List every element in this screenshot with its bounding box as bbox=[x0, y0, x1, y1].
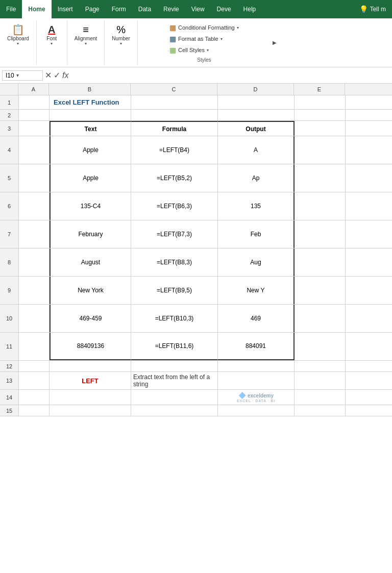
cell-b9[interactable]: New York bbox=[50, 277, 131, 304]
font-button[interactable]: A Font ▾ bbox=[41, 22, 62, 48]
cell-a14[interactable] bbox=[19, 390, 50, 405]
cell-b6[interactable]: 135-C4 bbox=[50, 192, 131, 220]
cell-d15[interactable] bbox=[218, 405, 295, 416]
cell-c9[interactable]: =LEFT(B9,5) bbox=[131, 277, 218, 304]
cell-a10[interactable] bbox=[19, 305, 50, 332]
cell-a8[interactable] bbox=[19, 248, 50, 276]
formula-input[interactable] bbox=[70, 71, 390, 80]
cell-d9[interactable]: New Y bbox=[218, 277, 295, 304]
row-header-15[interactable]: 15 bbox=[0, 405, 18, 416]
tab-tell-me[interactable]: 💡 Tell m bbox=[353, 0, 392, 18]
row-header-14[interactable]: 14 bbox=[0, 390, 18, 405]
cell-e6[interactable] bbox=[295, 192, 346, 220]
cell-b15[interactable] bbox=[50, 405, 131, 416]
cell-c10[interactable]: =LEFT(B10,3) bbox=[131, 305, 218, 332]
row-header-12[interactable]: 12 bbox=[0, 361, 18, 372]
cell-d14[interactable]: 🔷 exceldemy EXCEL · DATA · BI bbox=[218, 390, 295, 405]
format-as-table-button[interactable]: ▦ Format as Table ▾ bbox=[166, 34, 226, 44]
cell-e1[interactable] bbox=[295, 95, 346, 109]
cell-d5[interactable]: Ap bbox=[218, 164, 295, 192]
row-header-13[interactable]: 13 bbox=[0, 372, 18, 390]
cell-d7[interactable]: Feb bbox=[218, 220, 295, 248]
cell-e13[interactable] bbox=[295, 372, 346, 389]
tab-data[interactable]: Data bbox=[132, 0, 157, 18]
cell-c7[interactable]: =LEFT(B7,3) bbox=[131, 220, 218, 248]
formula-fx-icon[interactable]: fx bbox=[62, 71, 68, 80]
cell-e15[interactable] bbox=[295, 405, 346, 416]
clipboard-button[interactable]: 📋 Clipboard ▾ bbox=[4, 22, 32, 48]
tab-developer[interactable]: Deve bbox=[211, 0, 237, 18]
cell-c6[interactable]: =LEFT(B6,3) bbox=[131, 192, 218, 220]
number-button[interactable]: % Number ▾ bbox=[109, 22, 133, 48]
cell-e8[interactable] bbox=[295, 248, 346, 276]
cell-a1[interactable] bbox=[19, 95, 50, 109]
cell-e3[interactable] bbox=[295, 121, 346, 136]
row-header-8[interactable]: 8 bbox=[0, 248, 18, 277]
cell-b5[interactable]: Apple bbox=[50, 164, 131, 192]
cell-a11[interactable] bbox=[19, 333, 50, 360]
tab-file[interactable]: File bbox=[0, 0, 22, 18]
cell-e4[interactable] bbox=[295, 136, 346, 164]
cell-b7[interactable]: February bbox=[50, 220, 131, 248]
tab-form[interactable]: Form bbox=[106, 0, 132, 18]
cell-a3[interactable] bbox=[19, 121, 50, 136]
cell-b3[interactable]: Text bbox=[50, 121, 131, 136]
ribbon-expand-arrow[interactable]: ▶ bbox=[271, 40, 279, 45]
alignment-button[interactable]: ≡ Alignment ▾ bbox=[71, 22, 100, 48]
row-header-2[interactable]: 2 bbox=[0, 110, 18, 121]
cell-c14[interactable] bbox=[131, 390, 218, 405]
cell-e11[interactable] bbox=[295, 333, 346, 360]
row-header-10[interactable]: 10 bbox=[0, 305, 18, 333]
cell-d11[interactable]: 884091 bbox=[218, 333, 295, 360]
cell-b1[interactable]: Excel LEFT Function bbox=[50, 95, 131, 109]
row-header-3[interactable]: 3 bbox=[0, 121, 18, 136]
cell-c11[interactable]: =LEFT(B11,6) bbox=[131, 333, 218, 360]
cell-b11[interactable]: 88409136 bbox=[50, 333, 131, 360]
tab-page[interactable]: Page bbox=[79, 0, 106, 18]
cell-c2[interactable] bbox=[131, 110, 218, 120]
cell-e5[interactable] bbox=[295, 164, 346, 192]
tab-review[interactable]: Revie bbox=[157, 0, 185, 18]
cell-e7[interactable] bbox=[295, 220, 346, 248]
cell-d1[interactable] bbox=[218, 95, 295, 109]
cell-e2[interactable] bbox=[295, 110, 346, 120]
cell-d8[interactable]: Aug bbox=[218, 248, 295, 276]
row-header-5[interactable]: 5 bbox=[0, 164, 18, 192]
col-header-d[interactable]: D bbox=[217, 84, 294, 95]
conditional-formatting-button[interactable]: ▦ Conditional Formatting ▾ bbox=[166, 22, 242, 33]
cell-b13[interactable]: LEFT bbox=[50, 372, 131, 389]
cell-b8[interactable]: August bbox=[50, 248, 131, 276]
col-header-a[interactable]: A bbox=[18, 84, 49, 95]
cell-b14[interactable] bbox=[50, 390, 131, 405]
cell-a5[interactable] bbox=[19, 164, 50, 192]
cell-e14[interactable] bbox=[295, 390, 346, 405]
cell-c13[interactable]: Extract text from the left of a string bbox=[131, 372, 218, 389]
formula-confirm-icon[interactable]: ✓ bbox=[54, 70, 60, 80]
cell-d12[interactable] bbox=[218, 361, 295, 371]
cell-a7[interactable] bbox=[19, 220, 50, 248]
cell-b12[interactable] bbox=[50, 361, 131, 371]
tab-home[interactable]: Home bbox=[22, 0, 51, 18]
cell-c15[interactable] bbox=[131, 405, 218, 416]
cell-c3[interactable]: Formula bbox=[131, 121, 218, 136]
cell-d13[interactable] bbox=[218, 372, 295, 389]
cell-d4[interactable]: A bbox=[218, 136, 295, 164]
cell-d10[interactable]: 469 bbox=[218, 305, 295, 332]
cell-b2[interactable] bbox=[50, 110, 131, 120]
cell-a2[interactable] bbox=[19, 110, 50, 120]
row-header-9[interactable]: 9 bbox=[0, 277, 18, 305]
tab-view[interactable]: View bbox=[185, 0, 211, 18]
col-header-b[interactable]: B bbox=[49, 84, 131, 95]
cell-c5[interactable]: =LEFT(B5,2) bbox=[131, 164, 218, 192]
tab-insert[interactable]: Insert bbox=[52, 0, 79, 18]
cell-e12[interactable] bbox=[295, 361, 346, 371]
cell-c4[interactable]: =LEFT(B4) bbox=[131, 136, 218, 164]
cell-reference-box[interactable]: I10 ▾ bbox=[2, 70, 43, 81]
row-header-11[interactable]: 11 bbox=[0, 333, 18, 361]
row-header-7[interactable]: 7 bbox=[0, 220, 18, 248]
cell-b10[interactable]: 469-459 bbox=[50, 305, 131, 332]
col-header-c[interactable]: C bbox=[131, 84, 217, 95]
cell-d2[interactable] bbox=[218, 110, 295, 120]
cell-ref-chevron[interactable]: ▾ bbox=[16, 72, 19, 78]
cell-a12[interactable] bbox=[19, 361, 50, 371]
